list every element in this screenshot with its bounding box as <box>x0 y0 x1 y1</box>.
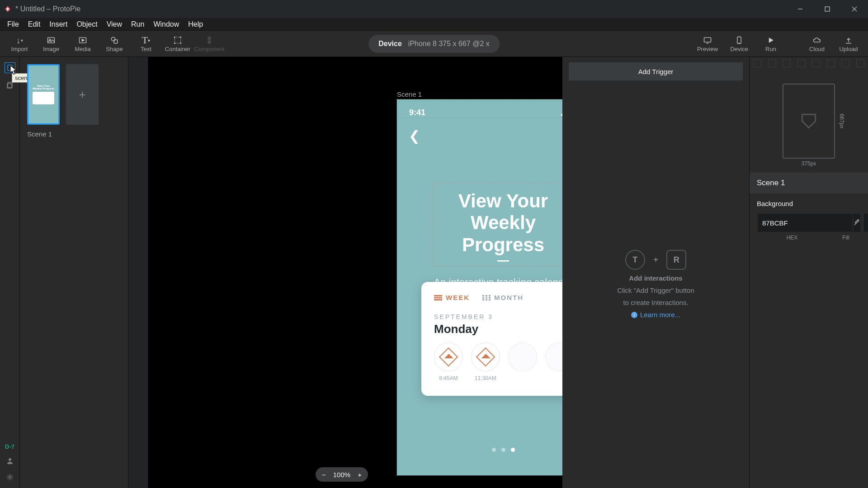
maximize-button[interactable] <box>814 0 841 18</box>
run-icon <box>766 35 775 46</box>
background-fill-input[interactable] <box>864 214 868 232</box>
canvas[interactable]: Scene 1 9:41 ❮ SKIP <box>148 57 562 488</box>
tool-text[interactable]: T▾ Text <box>133 35 159 52</box>
svg-point-24 <box>9 476 11 479</box>
menu-file[interactable]: File <box>3 19 24 30</box>
image-icon <box>47 35 56 46</box>
device-value: iPhone 8 375 x 667 @2 x <box>408 40 490 48</box>
activity-bubbles: 8:45AM 11:30AM <box>434 343 562 381</box>
layers-panel-collapsed[interactable] <box>128 57 148 488</box>
zoom-controls[interactable]: − 100% + <box>316 467 368 482</box>
page-dot-active[interactable] <box>511 448 515 452</box>
tool-container[interactable]: Container <box>165 35 191 52</box>
tab-label: WEEK <box>446 294 470 301</box>
learn-more-link[interactable]: i Learn more... <box>631 311 680 319</box>
tool-label: Image <box>43 46 59 52</box>
user-icon[interactable] <box>5 455 15 466</box>
tab-label: MONTH <box>494 294 524 301</box>
activity-2[interactable]: 11:30AM <box>471 343 500 381</box>
diamond-icon <box>439 347 458 366</box>
alignment-row[interactable] <box>750 57 868 70</box>
tool-device[interactable]: Device <box>726 35 752 52</box>
activity-empty[interactable] <box>508 343 537 381</box>
shape-icon <box>110 35 119 46</box>
background-hex-input[interactable] <box>758 214 853 232</box>
menu-insert[interactable]: Insert <box>45 19 72 30</box>
component-icon <box>205 35 214 46</box>
tool-shape[interactable]: Shape <box>101 35 127 52</box>
scene-thumb-label: Scene 1 <box>27 130 121 138</box>
hero-line1: View Your <box>458 190 548 211</box>
add-trigger-button[interactable]: Add Trigger <box>569 62 743 80</box>
activity-empty[interactable] <box>545 343 562 381</box>
tool-preview[interactable]: Preview <box>694 35 721 52</box>
zoom-in-button[interactable]: + <box>358 471 362 479</box>
align-icon[interactable] <box>841 59 849 67</box>
page-dot[interactable] <box>492 448 496 452</box>
tool-component[interactable]: Component <box>196 35 222 52</box>
date-big: Monday <box>434 322 562 336</box>
menubar: File Edit Insert Object View Run Window … <box>0 18 868 31</box>
align-icon[interactable] <box>783 59 791 67</box>
align-icon[interactable] <box>812 59 820 67</box>
tool-label: Run <box>765 46 776 52</box>
hero-text-block[interactable]: View Your Weekly Progress <box>433 183 562 267</box>
tool-label: Media <box>75 46 90 52</box>
dim-w: 375px <box>802 160 816 167</box>
tool-image[interactable]: Image <box>38 35 64 52</box>
add-scene-button[interactable]: + <box>66 64 99 125</box>
svg-rect-41 <box>482 299 484 300</box>
back-chevron-icon[interactable]: ❮ <box>409 128 420 144</box>
toolbar: ↓▾ Import Image Media Shape T▾ Text <box>0 31 868 57</box>
cloud-icon <box>812 35 821 46</box>
month-icon <box>482 295 491 300</box>
menu-window[interactable]: Window <box>149 19 184 30</box>
placeholder-title: Add interactions <box>629 274 682 282</box>
svg-point-12 <box>180 37 181 38</box>
minimize-button[interactable] <box>787 0 814 18</box>
preview-icon <box>703 35 712 46</box>
tool-run[interactable]: Run <box>758 35 784 52</box>
svg-marker-7 <box>82 39 84 42</box>
align-icon[interactable] <box>827 59 835 67</box>
zoom-out-button[interactable]: − <box>322 471 326 479</box>
info-icon: i <box>631 312 637 318</box>
tool-media[interactable]: Media <box>70 35 96 52</box>
calendar-card[interactable]: WEEK MONTH SEPTEMBER 3 Monday 8:45AM <box>421 282 562 396</box>
align-icon[interactable] <box>856 59 864 67</box>
menu-help[interactable]: Help <box>184 19 208 30</box>
align-icon[interactable] <box>797 59 806 67</box>
container-icon <box>173 35 182 46</box>
activity-1[interactable]: 8:45AM <box>434 343 463 381</box>
scenes-tab-icon[interactable] <box>5 62 15 73</box>
tab-month[interactable]: MONTH <box>482 294 524 301</box>
download-icon: ↓▾ <box>16 35 23 46</box>
svg-point-23 <box>9 458 11 461</box>
scene-thumb-1[interactable]: View YourWeekly Progress <box>27 64 60 125</box>
menu-view[interactable]: View <box>102 19 127 30</box>
tool-cloud[interactable]: Cloud <box>804 35 830 52</box>
week-icon <box>434 295 442 300</box>
tab-week[interactable]: WEEK <box>434 294 470 301</box>
date-small: SEPTEMBER 3 <box>434 313 562 320</box>
menu-run[interactable]: Run <box>127 19 149 30</box>
menu-edit[interactable]: Edit <box>24 19 45 30</box>
hero-divider <box>497 260 509 262</box>
align-icon[interactable] <box>768 59 776 67</box>
nav-row: ❮ SKIP <box>397 120 562 152</box>
page-dot[interactable] <box>501 448 505 452</box>
properties-panel: 667px 375px Scene 1 Background HEX Fill <box>750 57 868 488</box>
menu-object[interactable]: Object <box>72 19 102 30</box>
scene-name-field[interactable]: Scene 1 <box>750 173 868 193</box>
device-selector[interactable]: Device iPhone 8 375 x 667 @2 x <box>368 35 500 53</box>
tool-label: Cloud <box>809 46 825 52</box>
hero-line2: Weekly Progress <box>462 212 544 255</box>
sublabel-hex: HEX <box>757 235 827 241</box>
tool-import[interactable]: ↓▾ Import <box>6 35 33 52</box>
settings-icon[interactable] <box>5 472 15 483</box>
svg-rect-25 <box>561 114 562 116</box>
align-icon[interactable] <box>753 59 761 67</box>
tool-upload[interactable]: Upload <box>835 35 862 52</box>
eyedropper-button[interactable] <box>853 214 860 232</box>
close-button[interactable] <box>841 0 868 18</box>
